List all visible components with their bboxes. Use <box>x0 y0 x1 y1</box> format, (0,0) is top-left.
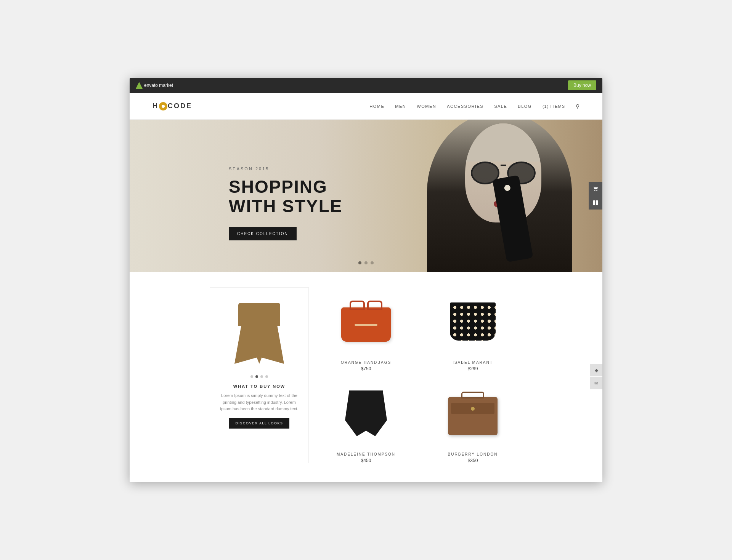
featured-dot-3[interactable] <box>260 375 263 378</box>
nav-sale[interactable]: SALE <box>494 104 507 109</box>
hero-model-area <box>319 120 602 272</box>
poncho-shape <box>345 390 387 436</box>
product-madeleine-thompson[interactable]: MADELEINE THOMPSON $450 <box>316 379 416 463</box>
glasses-bridge <box>501 165 506 166</box>
buy-now-button[interactable]: Buy now <box>568 80 596 90</box>
hero-title-line1: SHOPPING <box>229 177 327 197</box>
top-bar: envato market Buy now <box>130 78 602 93</box>
product-name-handbag: ORANGE HANDBAGS <box>316 360 416 365</box>
svg-point-0 <box>594 190 596 191</box>
envato-icon <box>136 82 143 89</box>
hero-banner: SEASON 2015 SHOPPING WITH STYLE CHECK CO… <box>130 120 602 272</box>
bag-handle-left <box>350 301 365 310</box>
burberry-image <box>423 379 522 448</box>
envato-logo-text: envato market <box>144 83 173 88</box>
featured-center-card[interactable]: WHAT TO BUY NOW Lorem Ipsum is simply du… <box>210 287 309 463</box>
bag-handle-right <box>367 301 382 310</box>
hero-title: SHOPPING WITH STYLE <box>229 177 343 216</box>
nav-cart[interactable]: (1) ITEMS <box>543 104 565 109</box>
product-orange-handbag[interactable]: ORANGE HANDBAGS $750 <box>316 287 416 371</box>
compare-float-button[interactable] <box>589 196 602 210</box>
logo-code: CODE <box>168 102 192 110</box>
nav-men[interactable]: MEN <box>395 104 406 109</box>
logo-circle-inner <box>162 105 165 108</box>
site-header: H CODE HOME MEN WOMEN ACCESSORIES SALE B… <box>130 93 602 120</box>
envato-logo: envato market <box>136 82 173 89</box>
shorts-shape <box>450 302 496 341</box>
svg-point-1 <box>596 190 597 191</box>
cape-body <box>234 322 284 364</box>
hero-slider-dots <box>358 261 374 264</box>
product-price-handbag: $750 <box>316 366 416 371</box>
featured-slider-dots <box>218 375 301 378</box>
featured-image-area <box>218 295 301 371</box>
dot-2[interactable] <box>364 261 368 264</box>
hero-cta-button[interactable]: CHECK COLLECTION <box>229 227 297 240</box>
featured-dot-2[interactable] <box>255 375 258 378</box>
handbag-shape <box>341 301 391 342</box>
cape-shape <box>238 303 280 364</box>
site-logo: H CODE <box>152 102 192 110</box>
product-burberry[interactable]: BURBERRY LONDON $350 <box>423 379 522 463</box>
dot-1[interactable] <box>358 261 361 264</box>
product-price-madeleine: $450 <box>316 458 416 463</box>
madeleine-thompson-image <box>316 379 416 448</box>
product-isabel-marant[interactable]: ISABEL MARANT $299 <box>423 287 522 371</box>
svg-rect-2 <box>593 200 595 205</box>
brown-bag-strap <box>461 392 484 398</box>
search-icon[interactable]: ⚲ <box>576 103 580 109</box>
hero-content: SEASON 2015 SHOPPING WITH STYLE CHECK CO… <box>130 151 343 240</box>
nav-blog[interactable]: BLOG <box>518 104 532 109</box>
shorts-body <box>450 302 496 341</box>
dot-3[interactable] <box>371 261 374 264</box>
main-nav: HOME MEN WOMEN ACCESSORIES SALE BLOG (1)… <box>369 103 580 109</box>
product-price-isabel: $299 <box>423 366 522 371</box>
logo-h: H <box>152 102 159 110</box>
product-name-madeleine: MADELEINE THOMPSON <box>316 452 416 456</box>
hero-title-line2: WITH STYLE <box>229 196 343 216</box>
nav-accessories[interactable]: ACCESSORIES <box>447 104 483 109</box>
featured-title: WHAT TO BUY NOW <box>218 384 301 389</box>
nav-home[interactable]: HOME <box>369 104 384 109</box>
bag-clasp <box>355 324 377 326</box>
product-name-burberry: BURBERRY LONDON <box>423 452 522 456</box>
product-price-burberry: $350 <box>423 458 522 463</box>
nav-women[interactable]: WOMEN <box>417 104 436 109</box>
featured-cta-button[interactable]: DISCOVER ALL LOOKS <box>229 418 289 429</box>
featured-description: Lorem Ipsum is simply dummy text of the … <box>218 392 301 413</box>
cart-float-button[interactable] <box>589 182 602 196</box>
products-section: ORANGE HANDBAGS $750 <box>130 272 602 482</box>
glove-button <box>504 184 511 192</box>
featured-dot-1[interactable] <box>250 375 253 378</box>
product-name-isabel: ISABEL MARANT <box>423 360 522 365</box>
orange-handbag-image <box>316 287 416 356</box>
products-grid: ORANGE HANDBAGS $750 <box>210 287 522 463</box>
brown-bag-shape <box>448 392 498 435</box>
featured-dot-4[interactable] <box>265 375 268 378</box>
hero-float-buttons <box>589 182 602 210</box>
logo-circle <box>159 102 167 110</box>
browser-frame: envato market Buy now H CODE HOME MEN WO… <box>130 78 602 482</box>
hero-season: SEASON 2015 <box>229 166 343 171</box>
brown-bag-clasp <box>471 407 475 411</box>
model-hat <box>465 123 541 162</box>
svg-rect-3 <box>596 200 598 205</box>
brown-bag-body <box>448 397 498 435</box>
products-diamond-icon[interactable]: ◆ <box>590 364 602 376</box>
products-float-buttons: ◆ ✉ <box>590 364 602 390</box>
products-email-icon[interactable]: ✉ <box>590 377 602 389</box>
shorts-dots <box>450 302 496 341</box>
isabel-marant-image <box>423 287 522 356</box>
